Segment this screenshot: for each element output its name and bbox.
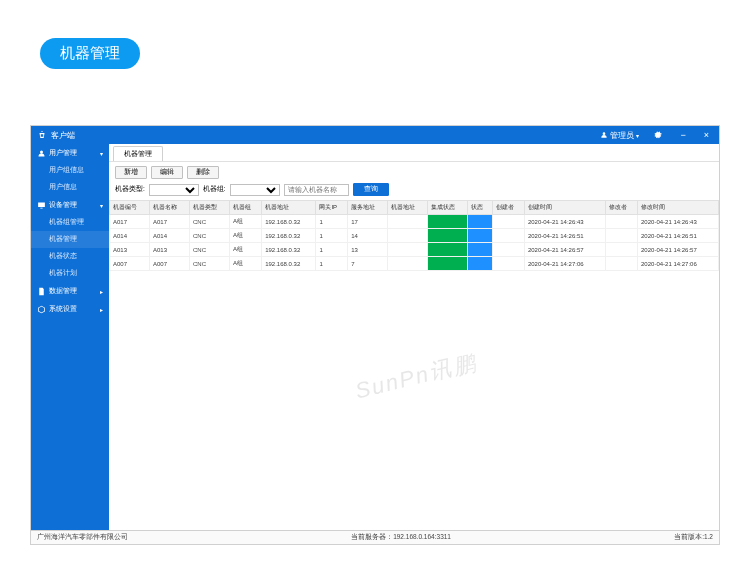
table-cell [605,215,637,229]
search-input[interactable] [284,184,349,196]
chevron-icon: ▸ [100,306,103,313]
machine-table: 机器编号机器名称机器类型机器组机器地址网关IP服务地址机器地址集成状态状态创建者… [109,200,719,271]
table-cell: 1 [316,243,348,257]
table-cell: A017 [110,215,150,229]
sidebar-group-3[interactable]: 系统设置▸ [31,300,109,318]
table-header: 机器编号 [110,201,150,215]
table-cell [605,243,637,257]
window-titlebar: 客户端 管理员 ▾ − × [31,126,719,144]
status-cell [468,229,493,243]
minimize-button[interactable]: − [676,130,689,140]
table-cell: CNC [189,257,229,271]
table-row[interactable]: A007A007CNCA组192.168.0.3217 2020-04-21 1… [110,257,719,271]
table-cell: CNC [189,243,229,257]
table-row[interactable]: A017A017CNCA组192.168.0.32117 2020-04-21 … [110,215,719,229]
main-panel: 机器管理 新增 编辑 删除 机器类型: 机器组: 查询 [109,144,719,530]
table-cell: 192.168.0.32 [262,257,316,271]
sidebar-group-2[interactable]: 数据管理▸ [31,282,109,300]
table-cell [492,257,524,271]
table-cell: 2020-04-21 14:26:51 [524,229,605,243]
table-row[interactable]: A013A013CNCA组192.168.0.32113 2020-04-21 … [110,243,719,257]
status-cell [428,215,468,229]
table-cell [388,257,428,271]
app-logo-icon [37,130,47,140]
table-cell [605,229,637,243]
sidebar-item-1-3[interactable]: 机器计划 [31,265,109,282]
doc-icon [37,287,46,296]
table-cell: 2020-04-21 14:27:06 [524,257,605,271]
filter-type-label: 机器类型: [115,185,145,194]
query-button[interactable]: 查询 [353,183,389,196]
filter-group-label: 机器组: [203,185,226,194]
table-cell: A014 [149,229,189,243]
status-cell [468,243,493,257]
table-cell: A组 [229,229,261,243]
app-window: 客户端 管理员 ▾ − × 用户管理▾用户组信息用户信息设备管理▾机器组管理机器… [30,125,720,545]
server-label: 当前服务器： [351,533,393,540]
close-button[interactable]: × [700,130,713,140]
server-value: 192.168.0.164:3311 [393,533,451,540]
table-cell: 2020-04-21 14:26:57 [638,243,719,257]
sidebar-item-0-1[interactable]: 用户信息 [31,179,109,196]
tab-machine-manage[interactable]: 机器管理 [113,146,163,161]
sidebar-item-0-0[interactable]: 用户组信息 [31,162,109,179]
table-cell: 7 [348,257,388,271]
table-cell: A组 [229,257,261,271]
table-header: 修改者 [605,201,637,215]
table-header: 创建者 [492,201,524,215]
sidebar-group-label: 数据管理 [49,286,77,296]
table-cell: 192.168.0.32 [262,215,316,229]
status-cell [468,215,493,229]
table-cell: 14 [348,229,388,243]
current-user[interactable]: 管理员 ▾ [600,130,639,141]
table-cell: A013 [110,243,150,257]
table-cell: 2020-04-21 14:26:51 [638,229,719,243]
table-cell: 1 [316,229,348,243]
table-row[interactable]: A014A014CNCA组192.168.0.32114 2020-04-21 … [110,229,719,243]
filter-type-select[interactable] [149,184,199,196]
table-cell: 17 [348,215,388,229]
sidebar-group-1[interactable]: 设备管理▾ [31,196,109,214]
table-header: 机器地址 [388,201,428,215]
table-cell: 1 [316,257,348,271]
table-header: 机器地址 [262,201,316,215]
table-cell [388,229,428,243]
table-header: 状态 [468,201,493,215]
table-cell [605,257,637,271]
user-icon [600,131,608,139]
table-header: 机器名称 [149,201,189,215]
table-cell: 2020-04-21 14:26:43 [638,215,719,229]
toolbar: 新增 编辑 删除 机器类型: 机器组: 查询 [109,162,719,200]
table-header: 服务地址 [348,201,388,215]
table-cell: 2020-04-21 14:26:57 [524,243,605,257]
sidebar-item-1-2[interactable]: 机器状态 [31,248,109,265]
table-cell: 13 [348,243,388,257]
table-cell: A007 [110,257,150,271]
table-cell: CNC [189,215,229,229]
filter-group-select[interactable] [230,184,280,196]
new-button[interactable]: 新增 [115,166,147,179]
status-cell [428,257,468,271]
sidebar-item-1-0[interactable]: 机器组管理 [31,214,109,231]
table-cell: 1 [316,215,348,229]
sidebar-item-1-1[interactable]: 机器管理 [31,231,109,248]
user-label: 管理员 [610,130,634,141]
chevron-icon: ▾ [100,150,103,157]
company-name: 广州海洋汽车零部件有限公司 [37,533,128,542]
sidebar-group-label: 设备管理 [49,200,77,210]
table-cell: CNC [189,229,229,243]
table-header: 创建时间 [524,201,605,215]
table-cell: 192.168.0.32 [262,243,316,257]
settings-button[interactable] [649,130,666,141]
status-bar: 广州海洋汽车零部件有限公司 当前服务器：192.168.0.164:3311 当… [31,530,719,544]
table-cell [388,243,428,257]
table-cell: 192.168.0.32 [262,229,316,243]
table-cell: 2020-04-21 14:26:43 [524,215,605,229]
sidebar-group-0[interactable]: 用户管理▾ [31,144,109,162]
table-header: 机器类型 [189,201,229,215]
sidebar-group-label: 用户管理 [49,148,77,158]
delete-button[interactable]: 删除 [187,166,219,179]
status-cell [428,243,468,257]
edit-button[interactable]: 编辑 [151,166,183,179]
chevron-icon: ▸ [100,288,103,295]
